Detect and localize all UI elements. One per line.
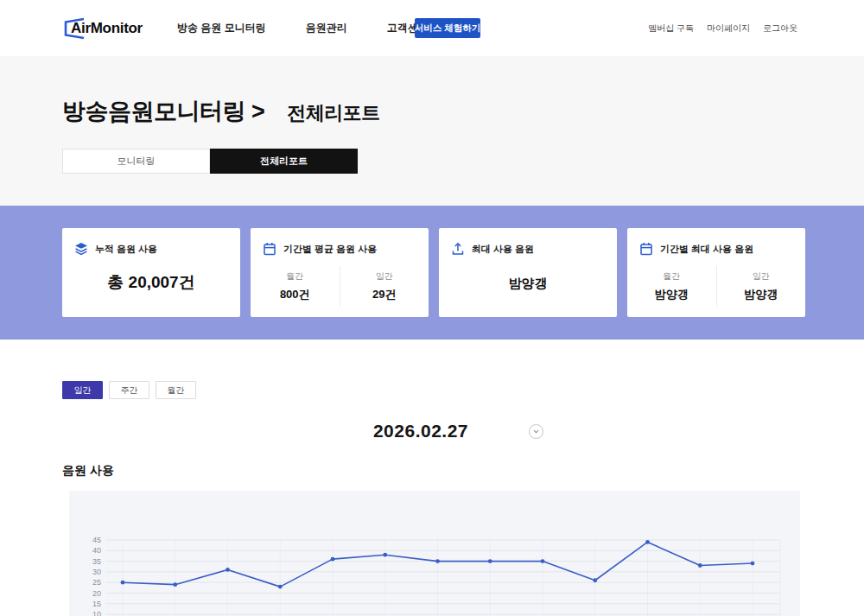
logo-text: AirMonitor [71,20,143,37]
nav-item-broadcast-monitoring[interactable]: 방송 음원 모니터링 [177,21,266,35]
svg-text:25: 25 [92,578,101,587]
svg-text:45: 45 [92,536,101,544]
page-header-section: 방송음원모니터링 > 전체리포트 모니터링 전체리포트 [0,56,864,206]
stat-card-label: 최대 사용 음원 [472,243,534,256]
date-selector-row: 2026.02.27 [0,421,864,445]
stat-cards: 누적 음원 사용 총 20,007건 기간별 평균 음원 사용 월간 [62,228,805,317]
page-title-sub: 전체리포트 [287,100,380,126]
stat-card-cumulative-usage: 누적 음원 사용 총 20,007건 [62,228,240,317]
report-tabs: 모니터링 전체리포트 [62,149,358,174]
stat-card-top-track: 최대 사용 음원 밤양갱 [439,228,617,317]
layers-icon [74,242,88,256]
calendar-icon [263,242,276,256]
top-navbar: AirMonitor 방송 음원 모니터링 음원관리 고객센터 서비스 체험하기… [0,0,864,56]
main-nav: 방송 음원 모니터링 음원관리 고객센터 [177,0,429,56]
nav-item-music-management[interactable]: 음원관리 [306,21,347,35]
filter-daily[interactable]: 일간 [62,381,103,399]
upload-icon [451,242,465,256]
filter-monthly[interactable]: 월간 [156,381,196,399]
stat-card-value: 밤양갱 [439,276,617,292]
try-service-button[interactable]: 서비스 체험하기 [415,18,480,38]
stat-card-label: 기간별 평균 음원 사용 [283,243,377,256]
date-dropdown-button[interactable] [529,424,543,439]
stat-card-label: 기간별 최대 사용 음원 [660,243,753,256]
svg-text:30: 30 [92,568,101,576]
period-value: 800건 [280,287,310,302]
chart-section-title: 음원 사용 [62,463,114,479]
calendar-icon [639,242,653,256]
period-label: 일간 [376,270,393,283]
period-value: 밤양갱 [655,287,689,302]
tab-full-report[interactable]: 전체리포트 [210,149,358,174]
tab-monitoring[interactable]: 모니터링 [62,149,210,174]
stat-card-top-track-by-period: 기간별 최대 사용 음원 월간 밤양갱 일간 밤양갱 [627,228,805,317]
usage-line-chart: 4540353025201510 [69,491,800,616]
user-links: 멤버십 구독 마이페이지 로그아웃 [648,0,797,56]
airmonitor-logo[interactable]: AirMonitor [62,16,143,41]
svg-text:20: 20 [92,589,101,598]
membership-subscribe-link[interactable]: 멤버십 구독 [648,22,694,35]
stat-col-daily: 일간 밤양갱 [716,266,806,307]
breadcrumb: 방송음원모니터링 > 전체리포트 [62,96,380,127]
usage-chart-panel: 4540353025201510 [69,491,800,616]
my-page-link[interactable]: 마이페이지 [707,22,750,35]
filter-weekly[interactable]: 주간 [109,381,149,399]
logout-link[interactable]: 로그아웃 [763,22,797,35]
stat-card-label: 누적 음원 사용 [95,243,157,256]
period-value: 29건 [372,287,396,302]
page-title-main: 방송음원모니터링 > [62,96,264,127]
svg-text:35: 35 [92,557,101,566]
stat-card-value: 총 20,007건 [62,271,240,294]
period-label: 월간 [663,270,680,283]
period-label: 월간 [286,270,303,283]
stat-col-monthly: 월간 800건 [251,266,340,307]
selected-date: 2026.02.27 [0,421,864,441]
svg-text:15: 15 [92,600,101,608]
svg-text:10: 10 [92,610,101,616]
period-value: 밤양갱 [744,287,778,302]
stats-banner: 누적 음원 사용 총 20,007건 기간별 평균 음원 사용 월간 [0,206,864,340]
stat-col-daily: 일간 29건 [340,266,429,307]
period-filters: 일간 주간 월간 [62,381,196,399]
stat-card-average-usage: 기간별 평균 음원 사용 월간 800건 일간 29건 [251,228,429,317]
svg-text:40: 40 [92,546,101,555]
period-label: 일간 [753,270,770,283]
report-section: 일간 주간 월간 2026.02.27 음원 사용 45403530252015… [0,340,864,616]
chevron-down-icon [531,424,541,440]
stat-col-monthly: 월간 밤양갱 [627,266,716,307]
